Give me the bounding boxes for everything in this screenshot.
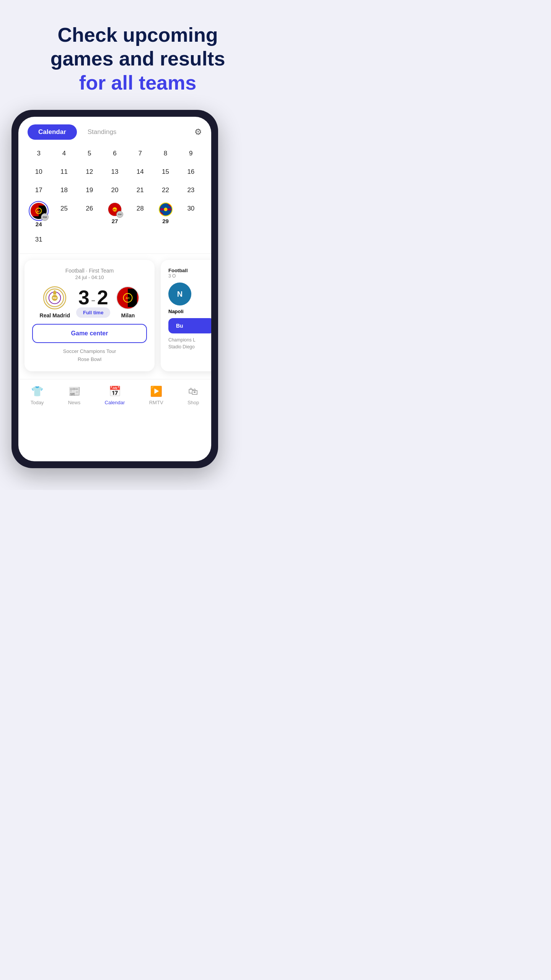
svg-point-8: [164, 208, 167, 211]
svg-text:RM: RM: [53, 297, 57, 299]
cal-day-11[interactable]: 11: [51, 163, 77, 181]
phone-mockup: Calendar Standings ⚙ 3 4 5 6 7 8 9 10 1: [11, 110, 264, 468]
cal-day-18[interactable]: 18: [51, 181, 77, 199]
match-venue: Soccer Champions Tour Rose Bowl: [32, 348, 147, 364]
match2-league: Football: [168, 268, 211, 273]
hero-title-line1: Check upcoming games and results: [51, 23, 225, 71]
hero-accent: for all teams: [51, 71, 225, 95]
score-center: 3-2 Full time: [76, 287, 110, 318]
match-card-1: Football · First Team 24 jul - 04:10: [24, 260, 155, 371]
today-icon: 👕: [31, 385, 43, 397]
cal-day-4[interactable]: 4: [51, 144, 77, 163]
match2-cta[interactable]: Bu: [168, 318, 211, 333]
cal-day-16[interactable]: 16: [178, 163, 204, 181]
cal-day-12[interactable]: 12: [77, 163, 102, 181]
nav-calendar-label: Calendar: [105, 400, 125, 405]
cal-day-6[interactable]: 6: [102, 144, 127, 163]
cal-empty-3: [102, 230, 127, 249]
napoli-logo: N: [168, 283, 191, 305]
calendar-tab[interactable]: Calendar: [28, 124, 77, 140]
cal-empty-5: [153, 230, 178, 249]
match2-date: 3 O: [168, 273, 211, 279]
nav-calendar[interactable]: 📅 Calendar: [105, 385, 125, 405]
calendar-grid-container: 3 4 5 6 7 8 9 10 11 12 13 14 15 16 1: [18, 144, 211, 254]
match2-team: Napoli: [168, 309, 211, 314]
away-team-logo: AC: [116, 286, 139, 309]
cal-empty-2: [77, 230, 102, 249]
nav-news-label: News: [68, 400, 81, 405]
bottom-navigation: 👕 Today 📰 News 📅 Calendar ▶️ RMTV 🛍: [18, 379, 211, 417]
hero-section: Check upcoming games and results for all…: [28, 0, 248, 110]
home-team-section: RM Real Madrid: [40, 286, 70, 318]
match-league: Football · First Team: [32, 268, 147, 274]
away-team-name: Milan: [121, 312, 135, 318]
cal-day-20[interactable]: 20: [102, 181, 127, 199]
cal-day-15[interactable]: 15: [153, 163, 178, 181]
nav-rmtv[interactable]: ▶️ RMTV: [149, 385, 163, 405]
news-icon: 📰: [68, 385, 80, 397]
cal-day-21[interactable]: 21: [127, 181, 153, 199]
shop-icon: 🛍: [188, 385, 198, 397]
cal-day-29[interactable]: 29: [153, 199, 178, 230]
cal-day-3[interactable]: 3: [26, 144, 51, 163]
cal-empty-1: [51, 230, 77, 249]
phone-screen: Calendar Standings ⚙ 3 4 5 6 7 8 9 10 1: [18, 117, 211, 461]
svg-text:MU: MU: [113, 209, 117, 211]
calendar-nav-icon: 📅: [109, 385, 121, 397]
match-score: 3-2: [78, 287, 108, 307]
cal-day-13[interactable]: 13: [102, 163, 127, 181]
cal-day-17[interactable]: 17: [26, 181, 51, 199]
cal-empty-4: [127, 230, 153, 249]
match-status: Full time: [76, 307, 110, 318]
nav-shop[interactable]: 🛍 Shop: [187, 385, 199, 405]
cal-day-31[interactable]: 31: [26, 230, 51, 249]
cal-day-28[interactable]: 28: [127, 199, 153, 230]
nav-news[interactable]: 📰 News: [68, 385, 81, 405]
cal-day-26[interactable]: 26: [77, 199, 102, 230]
match-card-2-partial: Football 3 O N Napoli Bu Champions L Sta…: [161, 260, 211, 371]
cal-empty-6: [178, 230, 204, 249]
nav-today[interactable]: 👕 Today: [31, 385, 44, 405]
rmtv-icon: ▶️: [150, 385, 162, 397]
match-score-row: RM Real Madrid 3-2 Full time: [32, 286, 147, 318]
match-date: 24 jul - 04:10: [32, 274, 147, 280]
cal-day-30[interactable]: 30: [178, 199, 204, 230]
away-team-section: AC Milan: [116, 286, 139, 318]
filter-icon[interactable]: ⚙: [194, 127, 202, 137]
nav-shop-label: Shop: [187, 400, 199, 405]
cal-day-7[interactable]: 7: [127, 144, 153, 163]
cal-day-25[interactable]: 25: [51, 199, 77, 230]
phone-frame: Calendar Standings ⚙ 3 4 5 6 7 8 9 10 1: [11, 110, 218, 468]
match-cards-container: Football · First Team 24 jul - 04:10: [18, 254, 211, 379]
calendar-grid: 3 4 5 6 7 8 9 10 11 12 13 14 15 16 1: [26, 144, 204, 249]
tab-bar: Calendar Standings ⚙: [18, 117, 211, 144]
cal-day-22[interactable]: 22: [153, 181, 178, 199]
cal-day-9[interactable]: 9: [178, 144, 204, 163]
cal-day-24[interactable]: AC RM 24: [26, 199, 51, 230]
svg-text:AC: AC: [126, 296, 130, 300]
cal-day-14[interactable]: 14: [127, 163, 153, 181]
game-center-button[interactable]: Game center: [32, 324, 147, 343]
nav-today-label: Today: [31, 400, 44, 405]
standings-tab[interactable]: Standings: [80, 124, 124, 140]
cal-day-19[interactable]: 19: [77, 181, 102, 199]
home-team-logo: RM: [43, 286, 66, 309]
home-team-name: Real Madrid: [40, 312, 70, 318]
cal-day-27[interactable]: MU RM 27: [102, 199, 127, 230]
match2-venue: Champions L Stadio Diego: [168, 336, 211, 350]
nav-rmtv-label: RMTV: [149, 400, 163, 405]
cal-day-5[interactable]: 5: [77, 144, 102, 163]
cal-day-8[interactable]: 8: [153, 144, 178, 163]
cal-day-23[interactable]: 23: [178, 181, 204, 199]
svg-rect-13: [53, 292, 56, 295]
cal-day-10[interactable]: 10: [26, 163, 51, 181]
match-header: Football · First Team 24 jul - 04:10: [32, 268, 147, 280]
